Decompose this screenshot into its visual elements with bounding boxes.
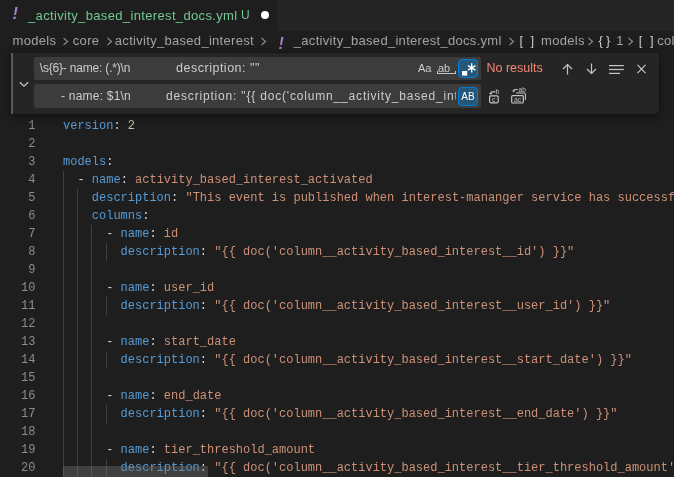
svg-text:ab: ab [518, 87, 526, 93]
svg-text:c: c [491, 96, 495, 103]
svg-text:b: b [495, 89, 499, 95]
svg-text:ac: ac [514, 96, 522, 103]
